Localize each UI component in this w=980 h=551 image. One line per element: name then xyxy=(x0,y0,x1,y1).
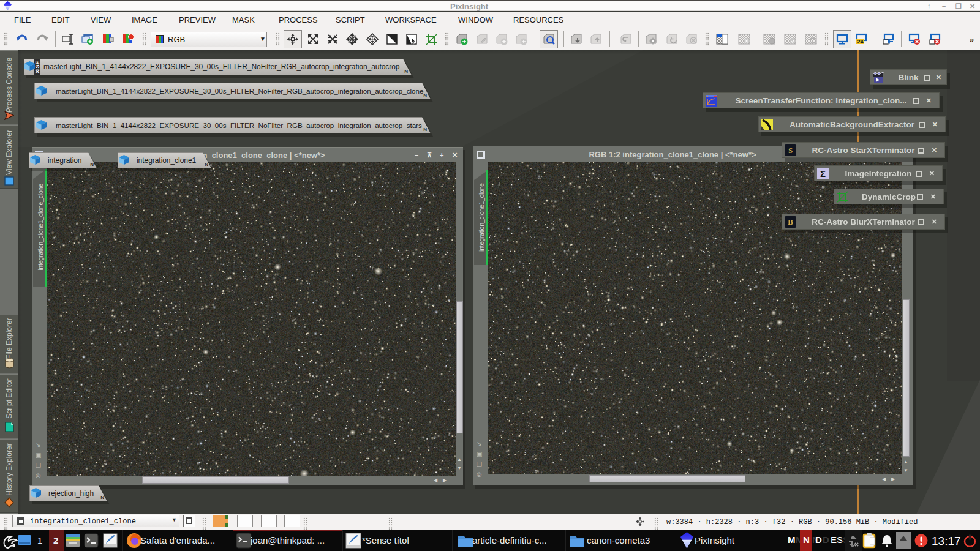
svg-text:24: 24 xyxy=(857,39,863,45)
